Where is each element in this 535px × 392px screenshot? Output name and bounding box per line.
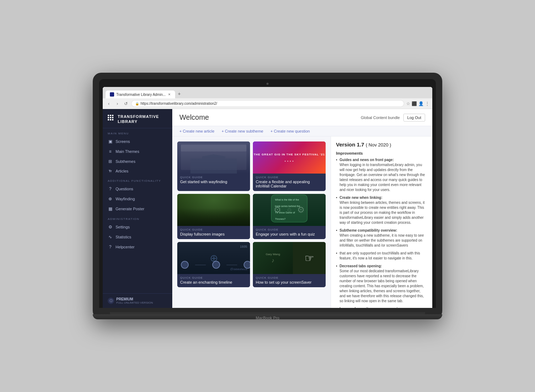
sidebar-label-subthemes: Subthemes xyxy=(116,159,136,164)
guide-card-screensaver[interactable]: Gary Wang ♪ ☞ QUICK GUIDE xyxy=(253,242,326,287)
guide-card-fullscreen[interactable]: QUICK GUIDE Display fullscreen images xyxy=(177,194,250,239)
sidebar-label-articles: Articles xyxy=(116,169,128,173)
version-title: Version 1.7 ( Nov 2020 ) xyxy=(336,141,427,148)
plan-name: PREMIUM xyxy=(116,297,153,301)
guide-card-calendar[interactable]: THE GREAT GIG IN THE SKY FESTIVAL '21● ●… xyxy=(253,141,326,191)
content-area: QUICK GUIDE Get started with wayfinding … xyxy=(172,136,432,308)
create-question-link[interactable]: + Create new question xyxy=(270,129,310,133)
guide-title-timeline: Create an enchanting timeline xyxy=(180,280,247,284)
guide-card-wayfinding[interactable]: QUICK GUIDE Get started with wayfinding xyxy=(177,141,250,191)
account-icon[interactable]: 👤 xyxy=(418,101,424,106)
subthemes-icon: ⊞ xyxy=(108,159,113,164)
laptop-bottom xyxy=(99,308,436,312)
sidebar-item-helpcenter[interactable]: ? Helpcenter xyxy=(103,242,172,252)
main-header: Welcome Global Content bundle Log Out xyxy=(172,109,432,126)
sidebar-item-questions[interactable]: ? Questions xyxy=(103,184,172,194)
guide-card-timeline[interactable]: ⊕ 1935 xyxy=(177,242,250,287)
version-item-1-title: Guides and news on front page: xyxy=(340,158,427,163)
plan-icon: ⓘ xyxy=(108,298,114,304)
guide-card-quiz[interactable]: ⚙ ⚙ ⚙ What is the title of the book seri… xyxy=(253,194,326,239)
guide-card-footer-calendar: QUICK GUIDE Create a flexible and appeal… xyxy=(253,174,326,191)
plan-sublabel: FULL UNLIMITED VERSION xyxy=(116,301,153,304)
sidebar-item-screens[interactable]: ▣ Screens xyxy=(103,136,172,146)
browser-chrome: Transformative Library Admin... ✕ + ‹ › … xyxy=(103,87,432,109)
guide-card-img-quiz: ⚙ ⚙ ⚙ What is the title of the book seri… xyxy=(253,194,326,226)
guide-title-fullscreen: Display fullscreen images xyxy=(180,232,247,236)
tab-close-button[interactable]: ✕ xyxy=(168,93,171,96)
browser-tabs: Transformative Library Admin... ✕ + xyxy=(103,87,432,98)
global-bundle-label: Global Content bundle xyxy=(361,115,399,120)
sidebar: TRANSFORMATIVE LIBRARY MAIN MENU ▣ Scree… xyxy=(103,109,172,308)
laptop-base: MacBook Pro xyxy=(93,314,442,319)
address-bar[interactable]: 🔒 https://transformativelibrary.com/admi… xyxy=(131,100,404,107)
sidebar-item-main-themes[interactable]: ≡ Main Themes xyxy=(103,146,172,156)
sidebar-label-settings: Settings xyxy=(116,225,130,229)
browser-tab-active[interactable]: Transformative Library Admin... ✕ xyxy=(106,91,175,98)
back-button[interactable]: ‹ xyxy=(106,100,112,107)
hand-pointer-icon: ☞ xyxy=(305,252,314,264)
guide-card-footer-screensaver: QUICK GUIDE How to set up your screenSav… xyxy=(253,274,326,287)
articles-icon: Tr xyxy=(108,169,113,173)
laptop-model-label: MacBook Pro xyxy=(93,314,442,321)
version-item-2: Create new when linking: When linking be… xyxy=(336,195,427,225)
bookmark-icon[interactable]: ☆ xyxy=(406,101,410,106)
guide-label-quiz: QUICK GUIDE xyxy=(256,228,323,231)
ssl-lock-icon: 🔒 xyxy=(135,102,139,105)
version-date: ( Nov 2020 ) xyxy=(366,142,391,148)
sidebar-footer: ⓘ PREMIUM FULL UNLIMITED VERSION xyxy=(103,293,172,308)
version-item-5: Decreased tabs opening: Some of our most… xyxy=(336,264,427,304)
version-item-6: Improved security on screen preview: Due… xyxy=(336,306,427,308)
new-tab-button[interactable]: + xyxy=(175,89,184,98)
timeline-year: 1935 xyxy=(240,245,247,248)
app-layout: TRANSFORMATIVE LIBRARY MAIN MENU ▣ Scree… xyxy=(103,109,432,308)
sidebar-item-generate-poster[interactable]: ▦ Generate Poster xyxy=(103,204,172,214)
wayfinding-icon: ⊕ xyxy=(108,196,113,201)
camera-dot xyxy=(266,83,269,85)
guide-card-footer-timeline: QUICK GUIDE Create an enchanting timelin… xyxy=(177,274,250,287)
version-item-3-title: Subtheme compatibility overview: xyxy=(340,228,427,233)
page-title: Welcome xyxy=(179,113,209,122)
version-item-3-body: When creating a new subtheme, it is now … xyxy=(340,233,424,247)
guide-card-img-screensaver: Gary Wang ♪ ☞ xyxy=(253,242,326,274)
guide-card-img-timeline: ⊕ 1935 xyxy=(177,242,250,274)
logo-text-line2: LIBRARY xyxy=(118,119,159,124)
sidebar-item-subthemes[interactable]: ⊞ Subthemes xyxy=(103,156,172,166)
sidebar-item-statistics[interactable]: ∿ Statistics xyxy=(103,232,172,242)
refresh-button[interactable]: ↺ xyxy=(123,100,129,107)
guide-card-img-wayfinding xyxy=(177,141,250,174)
guide-label-timeline: QUICK GUIDE xyxy=(180,276,247,279)
sidebar-label-main-themes: Main Themes xyxy=(116,149,139,154)
sidebar-item-wayfinding[interactable]: ⊕ Wayfinding xyxy=(103,194,172,204)
header-actions: Global Content bundle Log Out xyxy=(361,114,425,122)
toolbar-actions: ☆ ⬛ 👤 ⋮ xyxy=(406,101,429,106)
logo-text-line1: TRANSFORMATIVE xyxy=(118,114,159,119)
sidebar-item-settings[interactable]: ⚙ Settings xyxy=(103,222,172,232)
menu-icon[interactable]: ⋮ xyxy=(425,101,429,106)
sidebar-logo: TRANSFORMATIVE LIBRARY xyxy=(103,109,172,128)
festival-text: THE GREAT GIG IN THE SKY FESTIVAL '21● ●… xyxy=(254,153,325,163)
create-subtheme-link[interactable]: + Create new subtheme xyxy=(221,129,263,133)
version-item-5-title: Decreased tabs opening: xyxy=(340,264,427,269)
quick-links-bar: + Create new article + Create new subthe… xyxy=(172,126,432,136)
version-item-6-title: Improved security on screen preview: xyxy=(340,306,427,308)
guide-title-calendar: Create a flexible and appealing infoWall… xyxy=(256,180,323,188)
version-panel: Version 1.7 ( Nov 2020 ) Improvements Gu… xyxy=(331,136,432,308)
extensions-icon[interactable]: ⬛ xyxy=(412,101,417,106)
main-content: Welcome Global Content bundle Log Out + … xyxy=(172,109,432,308)
guide-label-wayfinding: QUICK GUIDE xyxy=(180,176,247,179)
section-label-additional: ADDITIONAL FUNCTIONALITY xyxy=(103,176,172,184)
logout-button[interactable]: Log Out xyxy=(403,114,425,122)
forward-button[interactable]: › xyxy=(114,100,121,107)
version-item-2-title: Create new when linking: xyxy=(340,195,427,200)
guide-title-wayfinding: Get started with wayfinding xyxy=(180,180,247,184)
sidebar-item-articles[interactable]: Tr Articles xyxy=(103,166,172,176)
guide-label-fullscreen: QUICK GUIDE xyxy=(180,228,247,231)
guide-card-img-calendar: THE GREAT GIG IN THE SKY FESTIVAL '21● ●… xyxy=(253,141,326,174)
sidebar-label-generate-poster: Generate Poster xyxy=(116,207,144,211)
questions-icon: ? xyxy=(108,186,113,191)
guide-title-quiz: Engage your users with a fun quiz xyxy=(256,232,323,236)
create-article-link[interactable]: + Create new article xyxy=(179,129,214,133)
guide-title-screensaver: How to set up your screenSaver xyxy=(256,280,323,284)
guide-label-calendar: QUICK GUIDE xyxy=(256,176,323,179)
logo-grid-icon xyxy=(108,115,113,120)
